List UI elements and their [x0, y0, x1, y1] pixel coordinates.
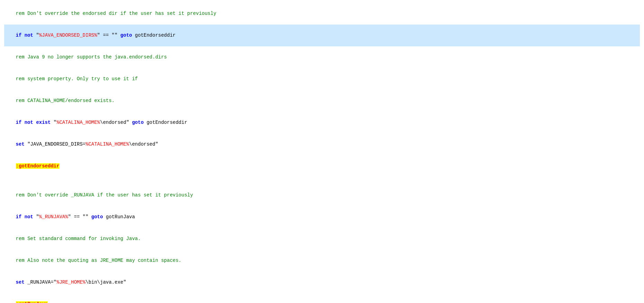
- code-line-2: if not "%JAVA_ENDORSED_DIRS%" == "" goto…: [4, 25, 640, 46]
- code-line-11: if not "%_RUNJAVA%" == "" goto gotRunJav…: [4, 206, 640, 228]
- code-line-8: :gotEndorseddir: [4, 155, 640, 177]
- code-line-6: if not exist "%CATALINA_HOME%\endorsed" …: [4, 112, 640, 134]
- code-line-5: rem CATALINA_HOME/endorsed exists.: [4, 90, 640, 112]
- code-line-3: rem Java 9 no longer supports the java.e…: [4, 46, 640, 68]
- code-line-10: rem Don't override _RUNJAVA if the user …: [4, 184, 640, 206]
- code-line-9: [4, 177, 640, 184]
- code-line-14: set _RUNJAVA="%JRE_HOME%\bin\java.exe": [4, 272, 640, 293]
- code-line-13: rem Also note the quoting as JRE_HOME ma…: [4, 250, 640, 272]
- code-editor: rem Don't override the endorsed dir if t…: [0, 0, 644, 303]
- code-line-7: set "JAVA_ENDORSED_DIRS=%CATALINA_HOME%\…: [4, 134, 640, 155]
- code-line-15: :gotRunJava: [4, 293, 640, 303]
- code-line-4: rem system property. Only try to use it …: [4, 68, 640, 90]
- code-line-12: rem Set standard command for invoking Ja…: [4, 228, 640, 250]
- code-line-1: rem Don't override the endorsed dir if t…: [4, 3, 640, 25]
